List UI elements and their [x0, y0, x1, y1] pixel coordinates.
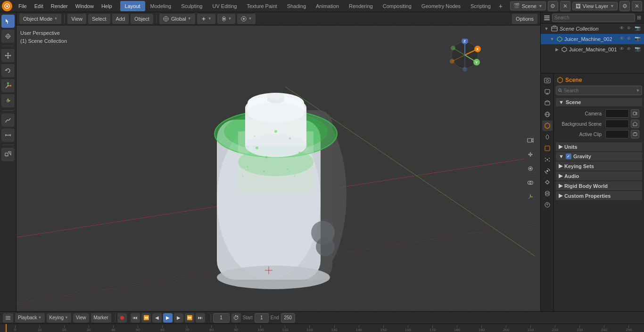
tab-sculpting[interactable]: Sculpting — [176, 1, 207, 11]
outliner-filter-icon[interactable]: ⊞ — [637, 15, 641, 21]
vr-gizmo-icon[interactable] — [524, 191, 537, 203]
jump-start-btn[interactable]: ⏮ — [131, 313, 140, 323]
view-layer-delete-icon[interactable]: ✕ — [632, 1, 642, 11]
menu-edit[interactable]: Edit — [31, 2, 47, 10]
menu-render[interactable]: Render — [48, 2, 71, 10]
prop-view-icon[interactable] — [542, 98, 553, 108]
tab-rendering[interactable]: Rendering — [344, 1, 378, 11]
transform-orientation[interactable]: Global ▼ — [159, 14, 195, 24]
juicer-002-select[interactable]: ⊕ — [627, 36, 634, 42]
select-menu[interactable]: Select — [88, 14, 110, 24]
tab-animation[interactable]: Animation — [311, 1, 344, 11]
custom-props-section-header[interactable]: ▶ Custom Properties — [556, 191, 642, 200]
step-forward-btn[interactable]: ▶ — [174, 313, 183, 323]
tab-compositing[interactable]: Compositing — [378, 1, 416, 11]
props-search-dropdown[interactable]: ▼ — [636, 89, 640, 93]
object-menu[interactable]: Object — [131, 14, 153, 24]
juicer-002-view[interactable]: 👁 — [619, 36, 626, 42]
rigid-body-section-header[interactable]: ▶ Rigid Body World — [556, 181, 642, 190]
prop-data-icon[interactable] — [542, 188, 553, 199]
prop-object-icon[interactable] — [542, 143, 553, 154]
keying-btn[interactable]: Keying ▼ — [47, 313, 72, 323]
active-clip-value[interactable] — [605, 130, 629, 138]
step-back-btn[interactable]: ◀ — [152, 313, 162, 323]
prop-constraints-icon[interactable] — [542, 177, 553, 187]
vr-overlay-icon[interactable] — [524, 177, 537, 189]
tab-scripting[interactable]: Scripting — [466, 1, 495, 11]
start-frame-input[interactable]: 1 — [255, 313, 269, 323]
tool-measure[interactable] — [1, 129, 15, 142]
prop-world2-icon[interactable] — [542, 132, 553, 142]
prop-physics-icon[interactable] — [542, 166, 553, 176]
add-menu[interactable]: Add — [112, 14, 129, 24]
tab-uv-editing[interactable]: UV Editing — [207, 1, 241, 11]
mode-selector[interactable]: Object Mode ▼ — [19, 14, 61, 24]
props-search-input[interactable] — [564, 88, 635, 93]
keying-sets-section-header[interactable]: ▶ Keying Sets — [556, 162, 642, 170]
marker-btn[interactable]: Marker — [91, 313, 111, 323]
tool-scale[interactable] — [1, 79, 15, 92]
menu-file[interactable]: File — [15, 2, 30, 10]
viewport[interactable]: User Perspective (1) Scene Collection X — [17, 25, 540, 311]
menu-window[interactable]: Window — [72, 2, 97, 10]
tab-geometry-nodes[interactable]: Geometry Nodes — [417, 1, 465, 11]
scene-section-header[interactable]: ▼ Scene — [556, 98, 642, 106]
gravity-section-header[interactable]: ▼ ✓ Gravity — [556, 152, 642, 161]
outliner-expand-scene[interactable]: ▼ — [544, 26, 549, 32]
options-btn[interactable]: Options — [512, 14, 537, 24]
background-scene-pick-icon[interactable] — [631, 120, 639, 128]
tab-add-button[interactable]: + — [496, 1, 505, 11]
timeline-editor-icon[interactable] — [3, 313, 13, 323]
prop-material-icon[interactable] — [542, 200, 553, 210]
prop-world-icon[interactable] — [542, 109, 553, 120]
prop-scene-icon[interactable] — [542, 121, 553, 131]
outliner-restrict-view[interactable]: 👁 — [619, 25, 626, 32]
playback-btn[interactable]: Playback ▼ — [15, 313, 45, 323]
tool-rotate[interactable] — [1, 64, 15, 77]
outliner-scene-collection[interactable]: ▼ Scene Collection 👁 ⊕ 📷 — [541, 24, 644, 34]
menu-help[interactable]: Help — [98, 2, 116, 10]
prop-output-icon[interactable] — [542, 87, 553, 97]
tab-layout[interactable]: Layout — [120, 1, 145, 11]
vr-camera-icon[interactable] — [524, 134, 537, 146]
prop-particles-icon[interactable] — [542, 154, 553, 165]
prop-render-icon[interactable] — [542, 75, 553, 86]
juicer-001-render[interactable]: 📷 — [635, 46, 641, 53]
scene-delete-icon[interactable]: ✕ — [560, 1, 570, 11]
gravity-checkbox[interactable]: ✓ — [566, 154, 571, 159]
time-sync-icon[interactable]: ⏱ — [231, 313, 241, 323]
juicer-002-render[interactable]: 📷 — [635, 36, 641, 42]
audio-section-header[interactable]: ▶ Audio — [556, 171, 642, 180]
outliner-expand-juicer002[interactable]: ▼ — [549, 36, 555, 42]
outliner-search-input[interactable] — [552, 14, 635, 22]
tab-modeling[interactable]: Modeling — [146, 1, 176, 11]
background-scene-value[interactable] — [605, 120, 629, 128]
tab-shading[interactable]: Shading — [282, 1, 311, 11]
outliner-restrict-select[interactable]: ⊕ — [627, 25, 634, 32]
view-layer-selector[interactable]: 🖼 View Layer ▼ — [572, 2, 618, 10]
outliner-expand-juicer001[interactable]: ▶ — [554, 47, 560, 52]
tool-transform[interactable] — [1, 94, 15, 107]
jump-prev-keyframe-btn[interactable]: ⏪ — [141, 313, 151, 323]
jump-end-btn[interactable]: ⏭ — [196, 313, 205, 323]
scene-settings-icon[interactable]: ⚙ — [548, 1, 558, 11]
jump-next-keyframe-btn[interactable]: ⏩ — [185, 313, 194, 323]
tool-move[interactable] — [1, 49, 15, 62]
current-frame-input[interactable]: 1 — [213, 313, 230, 323]
vr-pan-icon[interactable] — [524, 148, 537, 161]
juicer-001-select[interactable]: ⊕ — [627, 46, 634, 53]
tool-select[interactable] — [1, 15, 15, 28]
outliner-restrict-render[interactable]: 📷 — [635, 25, 641, 32]
timeline-ruler[interactable]: 0 10 20 30 40 50 60 70 80 90 100 110 120… — [0, 324, 644, 332]
camera-value[interactable] — [605, 109, 629, 118]
units-section-header[interactable]: ▶ Units — [556, 142, 642, 151]
tool-add-object[interactable] — [1, 148, 15, 161]
tool-annotate[interactable] — [1, 113, 15, 127]
play-btn[interactable]: ▶ — [163, 313, 173, 323]
snap-toggle[interactable]: ▼ — [217, 14, 236, 24]
outliner-juicer-001[interactable]: ▶ Juicer_Machine_001 👁 ⊕ 📷 — [541, 44, 644, 55]
outliner-juicer-002[interactable]: ▼ Juicer_Machine_002 👁 ⊕ 📷 — [541, 34, 644, 44]
end-frame-input[interactable]: 250 — [281, 313, 295, 323]
axis-gizmo[interactable]: X Y Z — [448, 39, 481, 72]
record-btn[interactable] — [117, 313, 127, 323]
